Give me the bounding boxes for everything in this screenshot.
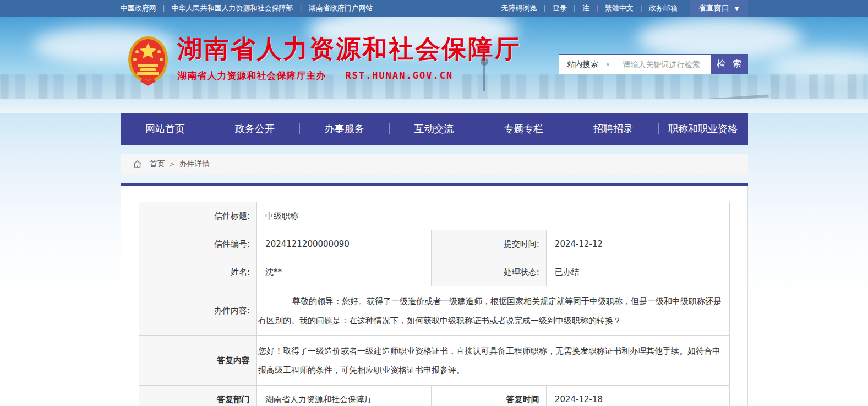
separator: | bbox=[574, 4, 576, 12]
link-login[interactable]: 登录 bbox=[553, 3, 567, 13]
letter-title-label: 信件标题: bbox=[139, 202, 257, 230]
breadcrumb-home-link[interactable]: 首页 bbox=[150, 159, 165, 169]
link-mohrss[interactable]: 中华人民共和国人力资源和社会保障部 bbox=[172, 3, 293, 13]
search-input[interactable] bbox=[616, 55, 711, 74]
breadcrumb-separator: > bbox=[170, 160, 175, 168]
site-brand: 湖南省人力资源和社会保障厅 湖南省人力资源和社会保障厅主办 RST.HUNAN.… bbox=[127, 35, 521, 88]
site-subtitle-text: 湖南省人力资源和社会保障厅主办 bbox=[178, 70, 326, 81]
table-row: 答复内容 您好！取得了一级造价或者一级建造师职业资格证书，直接认可具备工程师职称… bbox=[139, 336, 729, 386]
inquiry-content-value: 尊敬的领导：您好。获得了一级造价或者一级建造师，根据国家相关规定就等同于中级职称… bbox=[257, 286, 729, 336]
table-row: 信件标题: 中级职称 bbox=[139, 202, 729, 230]
status-badge: 已办结 bbox=[546, 258, 729, 286]
reply-dept-label: 答复部门 bbox=[139, 386, 257, 406]
reply-content-label: 答复内容 bbox=[139, 336, 257, 386]
nav-item-home[interactable]: 网站首页 bbox=[121, 113, 210, 145]
table-row: 姓名: 沈** 处理状态: 已办结 bbox=[139, 258, 729, 286]
topbar-right-links: 无障碍浏览 | 登录 | 注 | 繁體中文 | 政务邮箱 省直窗口 ▼ bbox=[501, 0, 748, 17]
letter-detail-panel: 信件标题: 中级职称 信件编号: 2024121200000090 提交时间: … bbox=[121, 186, 748, 406]
chevron-down-icon: ∨ bbox=[605, 61, 610, 68]
reply-dept-value: 湖南省人力资源和社会保障厅 bbox=[257, 386, 432, 406]
nav-item-interaction[interactable]: 互动交流 bbox=[389, 113, 479, 145]
letter-title-value: 中级职称 bbox=[257, 202, 729, 230]
topbar-left-links: 中国政府网 | 中华人民共和国人力资源和社会保障部 | 湖南省政府门户网站 bbox=[121, 0, 373, 17]
submit-time-label: 提交时间: bbox=[431, 230, 546, 258]
separator: | bbox=[596, 4, 598, 12]
site-subtitle: 湖南省人力资源和社会保障厅主办 RST.HUNAN.GOV.CN bbox=[178, 69, 521, 82]
reply-content-value: 您好！取得了一级造价或者一级建造师职业资格证书，直接认可具备工程师职称，无需换发… bbox=[257, 336, 729, 386]
page: 中国政府网 | 中华人民共和国人力资源和社会保障部 | 湖南省政府门户网站 无障… bbox=[0, 0, 868, 406]
reply-time-label: 答复时间 bbox=[431, 386, 546, 406]
reply-content-text: 您好！取得了一级造价或者一级建造师职业资格证书，直接认可具备工程师职称，无需换发… bbox=[258, 342, 728, 380]
table-row: 信件编号: 2024121200000090 提交时间: 2024-12-12 bbox=[139, 230, 729, 258]
link-register[interactable]: 注 bbox=[582, 3, 589, 13]
link-traditional-chinese[interactable]: 繁體中文 bbox=[605, 3, 634, 13]
search-button[interactable]: 检 索 bbox=[711, 55, 747, 74]
province-window-label: 省直窗口 bbox=[698, 3, 729, 13]
link-hunan-gov-portal[interactable]: 湖南省政府门户网站 bbox=[309, 3, 373, 13]
link-gov-mail[interactable]: 政务邮箱 bbox=[649, 3, 678, 13]
search-scope-label: 站内搜索 bbox=[567, 59, 598, 69]
breadcrumb-current: 办件详情 bbox=[179, 159, 210, 169]
separator: | bbox=[544, 4, 546, 12]
top-utility-bar: 中国政府网 | 中华人民共和国人力资源和社会保障部 | 湖南省政府门户网站 无障… bbox=[0, 0, 868, 17]
national-emblem-logo bbox=[127, 35, 169, 88]
province-window-dropdown[interactable]: 省直窗口 ▼ bbox=[690, 0, 748, 17]
link-china-gov[interactable]: 中国政府网 bbox=[121, 3, 156, 13]
name-label: 姓名: bbox=[139, 258, 257, 286]
breadcrumb-section: 首页 > 办件详情 bbox=[121, 154, 748, 175]
breadcrumb: 首页 > 办件详情 bbox=[121, 154, 748, 175]
separator: | bbox=[300, 4, 302, 12]
nav-item-services[interactable]: 办事服务 bbox=[299, 113, 389, 145]
letter-number-value: 2024121200000090 bbox=[257, 230, 432, 258]
reply-time-value: 2024-12-18 bbox=[546, 386, 729, 406]
inquiry-content-label: 办件内容: bbox=[139, 286, 257, 336]
nav-item-recruitment[interactable]: 招聘招录 bbox=[569, 113, 658, 145]
main-navigation: 网站首页 政务公开 办事服务 互动交流 专题专栏 招聘招录 职称和职业资格 bbox=[0, 113, 868, 145]
table-row: 答复部门 湖南省人力资源和社会保障厅 答复时间 2024-12-18 bbox=[139, 386, 729, 406]
content-section: 信件标题: 中级职称 信件编号: 2024121200000090 提交时间: … bbox=[121, 183, 748, 406]
nav-item-gov-affairs[interactable]: 政务公开 bbox=[210, 113, 299, 145]
submit-time-value: 2024-12-12 bbox=[546, 230, 729, 258]
name-value: 沈** bbox=[257, 258, 432, 286]
header-banner: 湖南省人力资源和社会保障厅 湖南省人力资源和社会保障厅主办 RST.HUNAN.… bbox=[0, 17, 868, 113]
home-icon[interactable] bbox=[133, 160, 142, 169]
letter-detail-table: 信件标题: 中级职称 信件编号: 2024121200000090 提交时间: … bbox=[139, 202, 730, 406]
inquiry-content-text: 尊敬的领导：您好。获得了一级造价或者一级建造师，根据国家相关规定就等同于中级职称… bbox=[258, 292, 728, 330]
site-title: 湖南省人力资源和社会保障厅 bbox=[178, 35, 521, 63]
site-domain: RST.HUNAN.GOV.CN bbox=[345, 70, 453, 81]
letter-number-label: 信件编号: bbox=[139, 230, 257, 258]
nav-item-titles-qualifications[interactable]: 职称和职业资格 bbox=[658, 113, 748, 145]
link-accessibility[interactable]: 无障碍浏览 bbox=[501, 3, 537, 13]
status-label: 处理状态: bbox=[431, 258, 546, 286]
search-scope-select[interactable]: 站内搜索 ∨ bbox=[559, 55, 616, 74]
nav-item-special-topics[interactable]: 专题专栏 bbox=[479, 113, 569, 145]
chevron-down-icon: ▼ bbox=[735, 6, 739, 12]
table-row: 办件内容: 尊敬的领导：您好。获得了一级造价或者一级建造师，根据国家相关规定就等… bbox=[139, 286, 729, 336]
separator: | bbox=[640, 4, 642, 12]
site-search: 站内搜索 ∨ 检 索 bbox=[559, 54, 747, 74]
separator: | bbox=[163, 4, 165, 12]
